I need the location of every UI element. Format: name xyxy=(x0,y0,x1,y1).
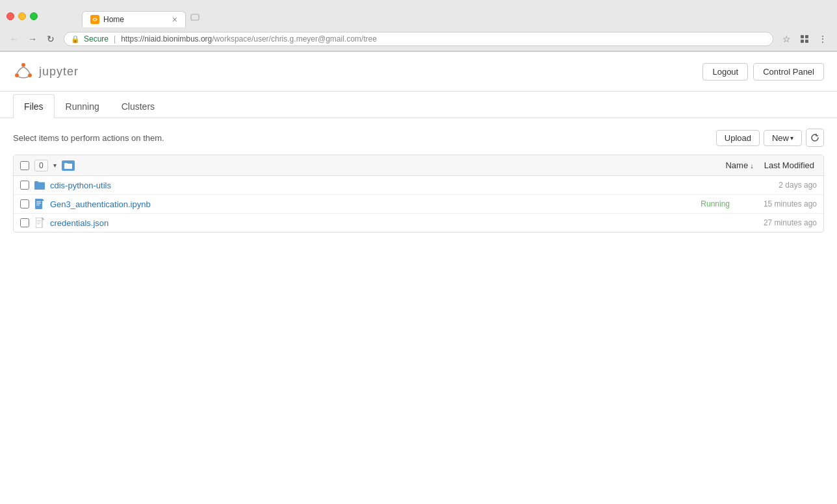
nav-tabs: Files Running Clusters xyxy=(0,94,837,118)
sort-by-modified-button[interactable]: Last Modified xyxy=(762,159,817,171)
svg-marker-13 xyxy=(42,199,44,201)
svg-rect-16 xyxy=(36,205,40,205)
svg-point-11 xyxy=(29,74,31,77)
control-panel-button[interactable]: Control Panel xyxy=(753,63,824,81)
file-name-0[interactable]: cdis-python-utils xyxy=(50,181,725,190)
file-name-2[interactable]: credentials.json xyxy=(50,218,725,228)
new-tab-button[interactable] xyxy=(186,9,204,27)
secure-label: Secure xyxy=(84,34,109,44)
app-header: jupyter Logout Control Panel xyxy=(0,52,837,92)
browser-actions: ☆ ⋮ xyxy=(779,31,831,47)
row-checkbox-1[interactable] xyxy=(20,199,29,208)
svg-rect-12 xyxy=(35,199,42,209)
bookmark-button[interactable]: ☆ xyxy=(779,31,794,47)
table-row: credentials.json 27 minutes ago xyxy=(14,214,823,232)
title-bar: Home × xyxy=(0,0,837,27)
svg-marker-18 xyxy=(42,218,44,220)
address-bar: ← → ↻ 🔒 Secure | https://niaid.bionimbus… xyxy=(0,27,837,51)
jupyter-logo-text: jupyter xyxy=(39,65,79,79)
url-display: https://niaid.bionimbus.org/workspace/us… xyxy=(121,34,377,44)
check-all-checkbox[interactable] xyxy=(20,161,29,170)
row-checkbox-0[interactable] xyxy=(20,181,29,190)
svg-rect-19 xyxy=(37,220,41,221)
folder-icon xyxy=(34,180,45,190)
tab-close-button[interactable]: × xyxy=(172,15,177,24)
svg-point-0 xyxy=(91,16,99,23)
browser-chrome: Home × ← → ↻ 🔒 Secure | https://niaid.bi… xyxy=(0,0,837,52)
menu-button[interactable]: ⋮ xyxy=(815,31,831,47)
svg-rect-15 xyxy=(36,203,41,204)
file-modified-2: 27 minutes ago xyxy=(739,218,817,227)
main-content: Select items to perform actions on them.… xyxy=(0,118,837,243)
svg-rect-4 xyxy=(801,40,804,43)
svg-rect-1 xyxy=(191,14,199,20)
url-separator: | xyxy=(114,34,116,44)
tab-files[interactable]: Files xyxy=(13,94,55,118)
file-modified-0: 2 days ago xyxy=(739,181,817,190)
tab-clusters[interactable]: Clusters xyxy=(110,94,166,118)
svg-point-10 xyxy=(16,74,18,77)
file-name-1[interactable]: Gen3_authentication.ipynb xyxy=(50,199,695,209)
tab-favicon xyxy=(90,15,99,24)
folder-action-button[interactable] xyxy=(62,160,75,171)
logout-button[interactable]: Logout xyxy=(702,63,748,81)
svg-point-9 xyxy=(22,64,25,66)
svg-rect-3 xyxy=(805,35,808,38)
toolbar-instruction: Select items to perform actions on them. xyxy=(13,133,164,143)
notebook-icon xyxy=(34,199,45,209)
svg-rect-5 xyxy=(805,40,808,43)
traffic-lights xyxy=(6,12,38,20)
secure-icon: 🔒 xyxy=(71,35,80,44)
extensions-button[interactable] xyxy=(797,31,812,47)
file-list-header: 0 ▾ Name ↓ Last Modified xyxy=(14,155,823,176)
svg-rect-20 xyxy=(37,222,41,223)
close-window-button[interactable] xyxy=(6,12,14,20)
svg-rect-17 xyxy=(36,218,42,228)
maximize-window-button[interactable] xyxy=(30,12,38,20)
tab-running[interactable]: Running xyxy=(55,94,110,118)
url-bar[interactable]: 🔒 Secure | https://niaid.bionimbus.org/w… xyxy=(64,32,773,46)
sort-by-name-button[interactable]: Name ↓ xyxy=(723,159,756,171)
new-button-caret: ▾ xyxy=(790,134,793,142)
svg-rect-21 xyxy=(37,223,40,224)
browser-tab-home[interactable]: Home × xyxy=(82,11,186,27)
row-checkbox-2[interactable] xyxy=(20,218,29,227)
file-status-1: Running xyxy=(701,199,730,208)
jupyter-logo-icon xyxy=(13,61,34,82)
toolbar: Select items to perform actions on them.… xyxy=(13,129,824,147)
forward-button[interactable]: → xyxy=(25,31,40,47)
tabs-bar: Home × xyxy=(43,9,204,27)
svg-rect-14 xyxy=(36,201,41,202)
item-count: 0 xyxy=(34,160,48,171)
minimize-window-button[interactable] xyxy=(18,12,26,20)
toolbar-right: Upload New ▾ xyxy=(716,129,824,147)
refresh-files-button[interactable] xyxy=(806,129,824,147)
back-button[interactable]: ← xyxy=(6,31,22,47)
tab-title: Home xyxy=(103,15,168,24)
svg-rect-2 xyxy=(801,35,804,38)
table-row: cdis-python-utils 2 days ago xyxy=(14,176,823,195)
refresh-button[interactable]: ↻ xyxy=(43,31,58,47)
file-list: 0 ▾ Name ↓ Last Modified xyxy=(13,155,824,233)
new-button[interactable]: New ▾ xyxy=(764,130,802,146)
json-file-icon xyxy=(34,218,45,228)
nav-buttons: ← → ↻ xyxy=(6,31,58,47)
count-dropdown-button[interactable]: ▾ xyxy=(53,162,57,169)
upload-button[interactable]: Upload xyxy=(716,130,760,146)
jupyter-logo: jupyter xyxy=(13,61,79,82)
header-buttons: Logout Control Panel xyxy=(702,63,824,81)
file-modified-1: 15 minutes ago xyxy=(739,199,817,208)
app-container: jupyter Logout Control Panel Files Runni… xyxy=(0,52,837,243)
table-row: Gen3_authentication.ipynb Running 15 min… xyxy=(14,195,823,214)
